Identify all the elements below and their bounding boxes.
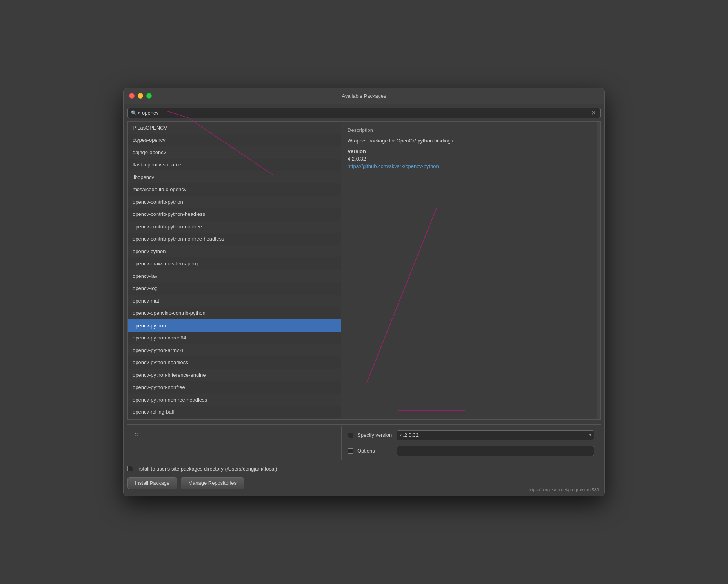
package-item[interactable]: opencv-python-nonfree-headless (128, 394, 341, 406)
package-item[interactable]: opencv-iav (128, 270, 341, 283)
install-user-row: Install to user's site packages director… (127, 464, 601, 474)
version-select-wrap: 4.2.0.32 ▾ (397, 430, 594, 440)
refresh-icon[interactable]: ↻ (132, 429, 140, 440)
app-window: Available Packages 🔍 ▾ ✕ PILasOPENCVctyp… (123, 88, 605, 496)
package-item[interactable]: opencv-contrib-python (128, 196, 341, 208)
package-item[interactable]: opencv-openvino-contrib-python (128, 307, 341, 319)
search-input[interactable] (142, 110, 588, 116)
version-select[interactable]: 4.2.0.32 (397, 430, 594, 440)
package-item[interactable]: opencv-python-armv7l (128, 344, 341, 357)
body-area: PILasOPENCVctypes-opencvdajngo-opencvfla… (127, 121, 601, 420)
search-bar[interactable]: 🔍 ▾ ✕ (127, 108, 601, 118)
package-item[interactable]: opencv-python-nonfree (128, 381, 341, 394)
package-item[interactable]: opencv-python (128, 319, 341, 332)
options-row-item: Options (348, 444, 594, 458)
window-title: Available Packages (342, 93, 386, 99)
package-item[interactable]: opencv-contrib-python-nonfree-headless (128, 233, 341, 245)
package-item[interactable]: opencv-contrib-python-headless (128, 208, 341, 221)
footer-link: https://blog.csdn.net/programmer589 (528, 487, 599, 492)
maximize-button[interactable] (146, 93, 152, 99)
package-item[interactable]: dajngo-opencv (128, 146, 341, 159)
bottom-section: ↻ Specify version 4.2.0.32 ▾ (127, 423, 601, 492)
package-item[interactable]: opencv-draw-tools-fernaperg (128, 257, 341, 270)
description-panel: Description Wrapper package for OpenCV p… (341, 121, 601, 420)
traffic-lights (129, 93, 152, 99)
right-options-panel: Specify version 4.2.0.32 ▾ Options (341, 426, 601, 460)
specify-version-checkbox[interactable] (348, 433, 353, 438)
options-checkbox[interactable] (348, 448, 353, 454)
package-item[interactable]: mosaicode-lib-c-opencv (128, 183, 341, 196)
search-dropdown-icon[interactable]: ▾ (138, 111, 140, 115)
specify-version-label: Specify version (357, 432, 393, 438)
package-item[interactable]: flask-opencv-streamer (128, 159, 341, 171)
package-item[interactable]: opencv-log (128, 282, 341, 295)
options-label: Options (357, 448, 393, 454)
options-row: ↻ Specify version 4.2.0.32 ▾ (127, 426, 601, 460)
minimize-button[interactable] (138, 93, 143, 99)
left-bottom-panel: ↻ (127, 426, 341, 460)
package-item[interactable]: opencv-python-aarch64 (128, 332, 341, 344)
install-package-button[interactable]: Install Package (127, 477, 177, 489)
title-bar: Available Packages (124, 88, 604, 104)
package-item[interactable]: opencv-python-inference-engine (128, 369, 341, 381)
description-label: Description (348, 127, 594, 133)
install-user-label: Install to user's site packages director… (136, 466, 277, 472)
version-label: Version (348, 148, 594, 154)
specify-version-row: Specify version 4.2.0.32 ▾ (348, 429, 594, 442)
search-clear-button[interactable]: ✕ (590, 110, 597, 116)
separator-top (127, 424, 601, 425)
scrollbar[interactable] (597, 122, 600, 419)
package-item[interactable]: opencv-samjones (128, 418, 341, 420)
separator-middle (127, 462, 601, 462)
package-link[interactable]: https://github.com/skvark/opencv-python (348, 163, 439, 169)
search-icon-wrap: 🔍 ▾ (131, 110, 140, 116)
package-item[interactable]: opencv-cython (128, 245, 341, 258)
install-user-checkbox[interactable] (127, 466, 133, 471)
manage-repositories-button[interactable]: Manage Repositories (181, 477, 244, 489)
close-button[interactable] (129, 93, 135, 99)
options-input[interactable] (397, 446, 594, 456)
package-item[interactable]: ctypes-opencv (128, 134, 341, 146)
description-text: Wrapper package for OpenCV python bindin… (348, 137, 594, 145)
package-item[interactable]: libopencv (128, 171, 341, 184)
package-item[interactable]: opencv-rolling-ball (128, 406, 341, 418)
main-content: 🔍 ▾ ✕ PILasOPENCVctypes-opencvdajngo-ope… (124, 104, 604, 496)
version-number: 4.2.0.32 (348, 156, 594, 162)
package-list[interactable]: PILasOPENCVctypes-opencvdajngo-opencvfla… (127, 121, 341, 420)
package-item[interactable]: opencv-python-headless (128, 356, 341, 369)
package-item[interactable]: PILasOPENCV (128, 122, 341, 134)
package-item[interactable]: opencv-mat (128, 295, 341, 307)
package-item[interactable]: opencv-contrib-python-nonfree (128, 221, 341, 233)
search-icon: 🔍 (131, 110, 137, 116)
